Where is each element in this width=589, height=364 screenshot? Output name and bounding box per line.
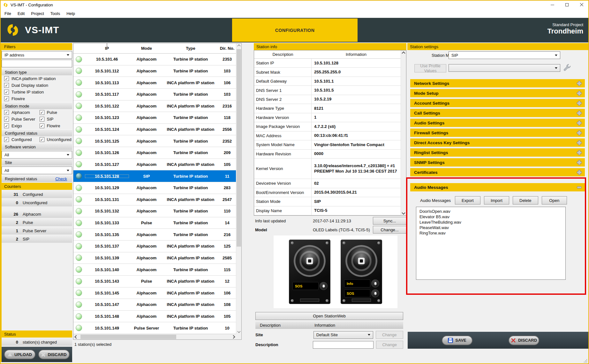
station-type-checkbox[interactable]: Turbine IP station bbox=[2, 89, 72, 95]
audio-file-item[interactable]: LeaveTheBuliding.wav bbox=[416, 219, 565, 225]
scroll-down-icon[interactable] bbox=[401, 210, 406, 215]
station-row[interactable]: 10.5.101.122 Alphacom INCA platform IP s… bbox=[73, 100, 237, 112]
table-horizontal-scrollbar[interactable] bbox=[73, 334, 236, 339]
expand-plus-icon[interactable] bbox=[576, 130, 582, 136]
station-mode-checkbox[interactable]: Pulse Server bbox=[2, 116, 37, 123]
wrench-icon[interactable] bbox=[563, 63, 571, 72]
station-row[interactable]: 10.5.101.127 Alphacom INCA platform IP s… bbox=[73, 159, 237, 171]
station-row[interactable]: 10.5.101.124 Alphacom INCA platform IP s… bbox=[73, 124, 237, 136]
expand-plus-icon[interactable] bbox=[576, 90, 582, 96]
station-row[interactable]: 10.5.101.137 Alphacom INCA platform IP s… bbox=[73, 241, 237, 252]
scroll-up-icon[interactable] bbox=[236, 43, 241, 49]
settings-section-bar[interactable]: Certificates bbox=[410, 168, 585, 176]
maximize-button[interactable] bbox=[560, 0, 574, 10]
settings-section-bar[interactable]: Audio Settings bbox=[410, 119, 585, 127]
station-row[interactable]: 10.5.101.135 Alphacom Turbine IP station… bbox=[73, 229, 237, 241]
audio-files-list[interactable]: DoorIsOpen.wavElevator B5.wavLeaveTheBul… bbox=[416, 207, 566, 280]
site-select[interactable]: Default Site bbox=[313, 331, 373, 339]
change-model-button[interactable]: Change... bbox=[373, 226, 406, 234]
settings-section-bar[interactable]: Account Settings bbox=[410, 99, 585, 107]
station-mode-checkbox[interactable]: SIP bbox=[37, 116, 72, 123]
configured-status-checkbox[interactable]: Unconfigured bbox=[37, 136, 72, 143]
menu-item[interactable]: Tools bbox=[47, 10, 63, 17]
menu-item[interactable]: File bbox=[1, 10, 14, 17]
change-site-button[interactable]: Change bbox=[376, 331, 403, 339]
resize-grip-icon[interactable] bbox=[583, 358, 587, 363]
filter-type-select[interactable]: IP address bbox=[2, 51, 72, 59]
delete-button[interactable]: Delete bbox=[513, 196, 538, 204]
discard-changes-button[interactable]: DISCARD bbox=[38, 350, 70, 359]
collapse-minus-icon[interactable] bbox=[576, 184, 582, 190]
settings-section-bar[interactable]: Mode Setup bbox=[410, 89, 585, 97]
station-mode-select[interactable]: SIP bbox=[449, 51, 560, 59]
scrollbar-thumb[interactable] bbox=[237, 49, 241, 247]
audio-messages-section-bar[interactable]: Audio Messages bbox=[410, 183, 585, 191]
station-mode-checkbox[interactable]: Pulse bbox=[37, 109, 72, 116]
station-mode-checkbox[interactable]: Flowire bbox=[37, 123, 72, 129]
open-button[interactable]: Open bbox=[542, 196, 567, 204]
export-button[interactable]: Export bbox=[455, 196, 480, 204]
profile-select[interactable] bbox=[449, 64, 560, 72]
station-row[interactable]: 10.5.101.131 Alphacom INCA platform IP s… bbox=[73, 194, 237, 206]
station-row[interactable]: 10.5.101.46 Alphacom Turbine IP station … bbox=[73, 54, 237, 65]
scroll-left-icon[interactable] bbox=[73, 336, 79, 338]
station-row[interactable]: 10.5.101.145 Alphacom INCA platform IP s… bbox=[73, 287, 237, 299]
settings-section-bar[interactable]: SNMP Settings bbox=[410, 158, 585, 167]
scroll-up-icon[interactable] bbox=[401, 50, 406, 56]
audio-file-item[interactable]: DoorIsOpen.wav bbox=[416, 209, 565, 214]
station-type-checkbox[interactable]: Dual Display station bbox=[2, 82, 72, 89]
minimize-button[interactable] bbox=[545, 0, 560, 10]
station-row[interactable]: 10.5.101.140 Alphacom Turbine IP station… bbox=[73, 264, 237, 276]
expand-plus-icon[interactable] bbox=[576, 150, 582, 156]
discard-button[interactable]: DISCARD bbox=[509, 336, 539, 345]
filter-value-input[interactable] bbox=[2, 60, 72, 67]
site-filter-select[interactable]: All bbox=[2, 167, 72, 174]
station-row[interactable]: 10.5.101.125 Alphacom Turbine IP station… bbox=[73, 135, 237, 147]
station-row[interactable]: 10.5.101.139 Alphacom INCA platform IP s… bbox=[73, 252, 237, 264]
scroll-down-icon[interactable] bbox=[236, 329, 241, 334]
audio-file-item[interactable]: Elevator B5.wav bbox=[416, 214, 565, 219]
upload-button[interactable]: UPLOAD bbox=[4, 350, 35, 359]
station-mode-checkbox[interactable]: Exigo bbox=[2, 123, 37, 129]
expand-plus-icon[interactable] bbox=[576, 110, 582, 116]
table-vertical-scrollbar[interactable] bbox=[236, 43, 241, 334]
column-header-dir-no[interactable]: Dir. No. bbox=[218, 46, 237, 51]
expand-plus-icon[interactable] bbox=[576, 160, 582, 166]
check-link[interactable]: Check bbox=[55, 176, 69, 181]
close-button[interactable] bbox=[574, 0, 589, 10]
station-row[interactable]: 10.5.101.143 Pulse INCA platform IP stat… bbox=[73, 276, 237, 287]
settings-section-bar[interactable]: Firewall Settings bbox=[410, 129, 585, 137]
change-description-button[interactable]: Change bbox=[376, 341, 403, 349]
station-row[interactable]: 10.5.101.148 Alphacom INCA platform IP s… bbox=[73, 311, 237, 323]
station-row[interactable]: 10.5.101.149 Pulse Server Turbine IP sta… bbox=[73, 322, 237, 334]
import-button[interactable]: Import bbox=[484, 196, 509, 204]
menu-item[interactable]: Project bbox=[28, 10, 47, 17]
expand-plus-icon[interactable] bbox=[576, 100, 582, 106]
tab-configuration[interactable]: CONFIGURATION bbox=[232, 19, 358, 42]
sync-button[interactable]: Sync... bbox=[373, 217, 406, 225]
description-input[interactable] bbox=[313, 341, 374, 349]
station-row[interactable]: 10.5.101.133 Pulse Turbine IP station 14 bbox=[73, 217, 237, 229]
audio-file-item[interactable]: PleaseWait.wav bbox=[416, 225, 565, 230]
station-row[interactable]: 10.5.101.129 Alphacom Turbine IP station… bbox=[73, 182, 237, 194]
expand-plus-icon[interactable] bbox=[576, 120, 582, 126]
station-row[interactable]: 10.5.101.117 Alphacom Turbine IP station… bbox=[73, 89, 237, 100]
menu-item[interactable]: Edit bbox=[14, 10, 28, 17]
use-profile-values-button[interactable]: Use Profile Values bbox=[414, 64, 446, 72]
station-type-checkbox[interactable]: Flowire bbox=[2, 95, 72, 102]
expand-plus-icon[interactable] bbox=[576, 169, 582, 175]
settings-section-bar[interactable]: Direct Access Key Settings bbox=[410, 138, 585, 147]
station-row[interactable]: 10.5.101.147 Alphacom INCA platform IP s… bbox=[73, 299, 237, 311]
expand-plus-icon[interactable] bbox=[576, 140, 582, 146]
column-header-mode[interactable]: Mode bbox=[130, 46, 163, 51]
info-vertical-scrollbar[interactable] bbox=[401, 50, 406, 215]
station-row[interactable]: 10.5.101.132 Alphacom Turbine IP station… bbox=[73, 205, 237, 217]
scroll-right-icon[interactable] bbox=[230, 336, 236, 338]
settings-section-bar[interactable]: Network Settings bbox=[410, 79, 585, 87]
station-row[interactable]: 10.5.101.113 Alphacom INCA platform IP s… bbox=[73, 77, 237, 89]
station-row[interactable]: 10.5.101.123 Alphacom Turbine IP station… bbox=[73, 112, 237, 124]
save-button[interactable]: SAVE bbox=[442, 336, 472, 345]
settings-section-bar[interactable]: Call Settings bbox=[410, 109, 585, 117]
configured-status-checkbox[interactable]: Configured bbox=[2, 136, 37, 143]
station-type-checkbox[interactable]: INCA platform IP station bbox=[2, 75, 72, 82]
